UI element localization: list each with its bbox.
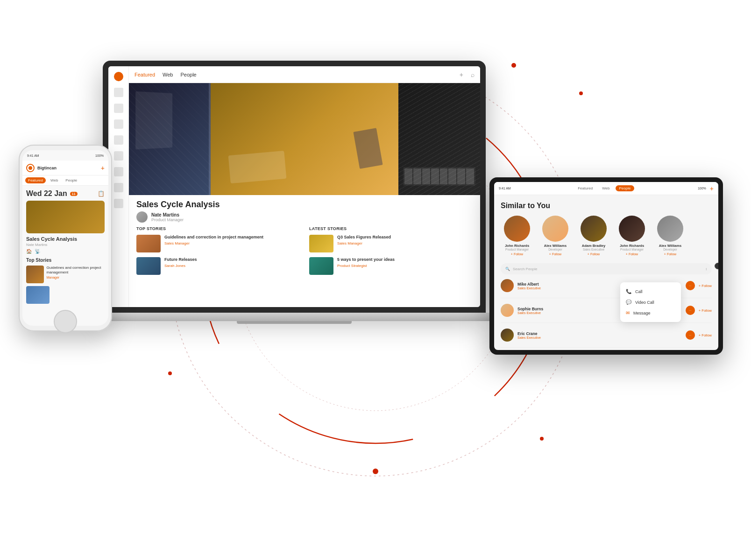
tablet-content: Similar to You John Richards Product Man… — [494, 195, 718, 350]
phone-app-name: Bigtincan — [37, 166, 57, 170]
tablet-message-dot-3[interactable]: ··· — [686, 330, 695, 340]
laptop-nav-icon-1[interactable] — [114, 88, 123, 97]
laptop-latest-stories: Latest Stories Q3 Sales Figures Released… — [309, 226, 473, 307]
laptop-nav-icon-3[interactable] — [114, 119, 123, 129]
list-item[interactable]: Guidelines and correction project manage… — [26, 266, 105, 283]
tablet-follow-btn-5[interactable]: + Follow — [664, 252, 676, 256]
table-row[interactable]: Future Releases Sarah Jones — [136, 257, 300, 275]
laptop-nav-people[interactable]: People — [180, 72, 196, 77]
tablet-add-button[interactable]: + — [710, 185, 714, 192]
tablet-topbar: 9:41 AM Featured Web People 100% + — [494, 182, 718, 195]
svg-point-4 — [579, 91, 583, 95]
laptop-nav-icon-8[interactable] — [114, 199, 123, 208]
tablet-popup-videocall[interactable]: 💬 Video Call — [620, 297, 681, 308]
laptop-add-icon[interactable]: + — [460, 71, 463, 78]
laptop-story-author-4: Product Strategist — [337, 264, 473, 268]
tablet-person-avatar-4 — [619, 216, 645, 242]
phone-rss-icon[interactable]: 📡 — [35, 249, 40, 254]
table-row[interactable]: Q3 Sales Figures Released Sales Manager — [309, 235, 473, 252]
tablet-search-bar[interactable]: 🔍 Search People ↕ — [501, 263, 712, 274]
svg-point-10 — [511, 63, 516, 68]
tablet-list-follow-btn-1[interactable]: + Follow — [699, 284, 712, 288]
laptop-search-icon[interactable]: ⌕ — [471, 71, 475, 78]
phone-add-button[interactable]: + — [101, 164, 105, 172]
laptop-hero — [129, 83, 480, 195]
tablet-person-role-4: Product Manager — [620, 248, 644, 251]
tablet-tab-web[interactable]: Web — [598, 185, 613, 191]
tablet-popup-message[interactable]: ✉ Message — [620, 308, 681, 318]
laptop-hero-center-image — [211, 83, 398, 195]
laptop-story-thumb-1 — [136, 235, 161, 252]
tablet-person-name-1: John Richards — [505, 244, 529, 248]
laptop-nav-icon-4[interactable] — [114, 135, 123, 145]
tablet-list-follow-btn-2[interactable]: + Follow — [699, 308, 712, 313]
phone-time: 9:41 AM — [27, 154, 39, 157]
phone-top-stories-header: Top Stories — [26, 258, 105, 263]
laptop-nav-icon-5[interactable] — [114, 151, 123, 161]
tablet-person-name-4: John Richards — [620, 244, 644, 248]
tablet-tab-people[interactable]: People — [616, 185, 635, 191]
tablet-follow-btn-2[interactable]: + Follow — [549, 252, 561, 256]
tablet-time: 9:41 AM — [499, 187, 511, 190]
list-item[interactable] — [26, 286, 105, 304]
tablet-follow-btn-1[interactable]: + Follow — [511, 252, 523, 256]
phone-home-icon[interactable]: 🏠 — [26, 249, 32, 254]
laptop-article-area: Sales Cycle Analysis Nate Martins Produc… — [129, 195, 480, 307]
tablet-section-title: Similar to You — [501, 202, 712, 210]
table-row[interactable]: 5 ways to present your ideas Product Str… — [309, 257, 473, 275]
laptop-nav-icon-2[interactable] — [114, 104, 123, 113]
phone-article-title: Sales Cycle Analysis — [26, 236, 105, 242]
phone-home-button[interactable] — [54, 310, 77, 333]
phone-tab-featured[interactable]: Featured — [25, 177, 46, 183]
tablet-person-name-3: Adam Bradley — [582, 244, 605, 248]
phone-tab-people[interactable]: People — [63, 177, 80, 183]
phone-status-bar: 9:41 AM 100% — [22, 150, 108, 161]
tablet-home-button[interactable] — [715, 263, 718, 269]
tablet-message-dot-2[interactable]: ··· — [686, 306, 695, 315]
phone-featured-image — [26, 201, 105, 233]
tablet-person-3: Adam Bradley Sales Executive + Follow — [577, 216, 610, 256]
laptop-device: Featured Web People + ⌕ — [103, 61, 486, 322]
tablet-list-name-3: Eric Crane — [517, 331, 682, 336]
tablet-tab-featured[interactable]: Featured — [574, 185, 596, 191]
tablet-list-avatar-2 — [501, 304, 514, 317]
laptop-nav-web[interactable]: Web — [163, 72, 173, 77]
laptop-topbar: Featured Web People + ⌕ — [129, 66, 480, 83]
laptop-stories: Top Stories Guidelines and correction in… — [129, 226, 480, 307]
laptop-nav-icon-7[interactable] — [114, 183, 123, 192]
laptop-hero-left-image — [129, 83, 211, 195]
message-icon: ✉ — [626, 310, 630, 315]
tablet-popup-call[interactable]: 📞 Call — [620, 286, 681, 297]
laptop-author-name: Nate Martins — [151, 212, 184, 217]
laptop-nav-icon-6[interactable] — [114, 167, 123, 176]
phone-tab-web[interactable]: Web — [48, 177, 61, 183]
laptop-story-thumb-2 — [136, 257, 161, 275]
phone-topbar: Bigtincan + — [22, 161, 108, 175]
tablet-follow-btn-3[interactable]: + Follow — [588, 252, 600, 256]
tablet-separator-2 — [501, 322, 712, 323]
tablet-popup-message-label: Message — [633, 311, 651, 315]
tablet-follow-btn-4[interactable]: + Follow — [626, 252, 638, 256]
tablet-battery: 100% — [698, 187, 706, 190]
laptop-story-author-2: Sarah Jones — [164, 264, 300, 268]
laptop-story-title-2: Future Releases — [164, 257, 300, 263]
svg-point-5 — [168, 371, 172, 375]
laptop-author-role: Product Manager — [151, 217, 184, 222]
list-item[interactable]: Eric Crane Sales Executive ··· + Follow — [501, 329, 712, 342]
table-row[interactable]: Guidelines and correction in project man… — [136, 235, 300, 252]
laptop-article-author: Nate Martins Product Manager — [129, 211, 480, 226]
tablet-search-placeholder: Search People — [513, 267, 537, 271]
laptop-nav-featured[interactable]: Featured — [135, 72, 155, 77]
laptop-story-thumb-3 — [309, 235, 333, 252]
video-call-icon: 💬 — [626, 300, 631, 305]
tablet-person-avatar-2 — [542, 216, 568, 242]
tablet-sort-icon[interactable]: ↕ — [705, 267, 707, 271]
phone-content: Wed 22 Jan 11 📋 Sales Cycle Analysis Nat… — [22, 186, 108, 326]
tablet-person-5: Alex Williams Developer + Follow — [654, 216, 687, 256]
tablet-person-avatar-3 — [581, 216, 607, 242]
tablet-list-role-3: Sales Executive — [517, 336, 682, 339]
laptop-base — [84, 313, 505, 321]
tablet-message-dot-1[interactable]: ··· — [686, 281, 695, 290]
tablet-list-follow-btn-3[interactable]: + Follow — [699, 333, 712, 337]
tablet-person-avatar-1 — [504, 216, 530, 242]
